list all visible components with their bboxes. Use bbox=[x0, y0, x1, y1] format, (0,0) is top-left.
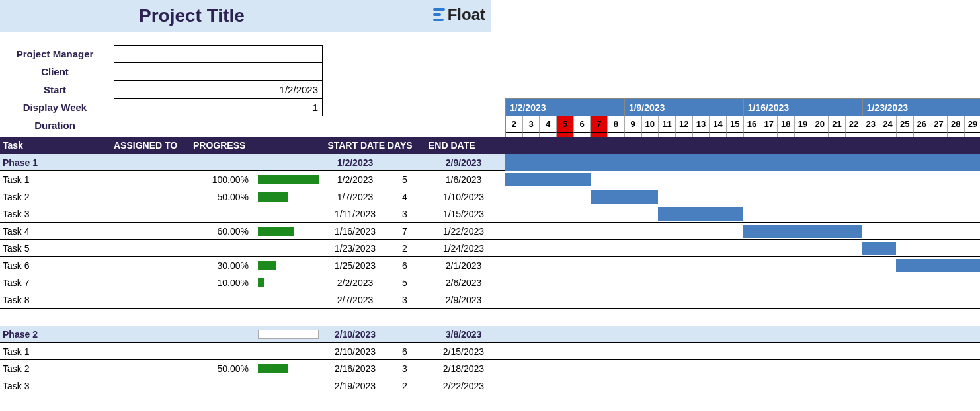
task-row[interactable]: Task 51/23/202321/24/2023 bbox=[0, 240, 980, 257]
progress-value[interactable]: 50.00% bbox=[193, 363, 258, 374]
task-name[interactable]: Task 3 bbox=[0, 209, 114, 219]
meta-label-start: Start bbox=[0, 84, 114, 95]
days[interactable]: 3 bbox=[388, 209, 422, 219]
days[interactable]: 2 bbox=[388, 381, 422, 391]
progress-value[interactable]: 100.00% bbox=[193, 174, 258, 185]
end-date[interactable]: 2/22/2023 bbox=[422, 381, 505, 391]
progress-bar bbox=[258, 225, 323, 238]
meta-input-start[interactable]: 1/2/2023 bbox=[114, 81, 323, 98]
meta-input-client[interactable] bbox=[114, 63, 323, 81]
meta-input-duration[interactable] bbox=[114, 116, 323, 134]
gantt-bar[interactable] bbox=[505, 154, 980, 171]
phase-row[interactable]: Phase 22/10/20233/8/2023 bbox=[0, 326, 980, 343]
col-start: START DATE bbox=[323, 140, 388, 151]
task-row[interactable]: Task 31/11/202331/15/2023 bbox=[0, 205, 980, 223]
days[interactable]: 4 bbox=[388, 192, 422, 202]
start-date[interactable]: 1/7/2023 bbox=[323, 192, 388, 202]
end-date[interactable]: 2/15/2023 bbox=[422, 346, 505, 357]
progress-bar bbox=[258, 293, 323, 307]
task-name[interactable]: Task 1 bbox=[0, 174, 114, 185]
days[interactable]: 5 bbox=[388, 174, 422, 185]
phase-row[interactable]: Phase 11/2/20232/9/2023 bbox=[0, 154, 980, 171]
day-number: 5 bbox=[557, 116, 574, 133]
task-name[interactable]: Task 7 bbox=[0, 278, 114, 288]
end-date[interactable]: 3/8/2023 bbox=[422, 329, 505, 340]
day-number: 25 bbox=[897, 116, 914, 133]
task-row[interactable]: Task 250.00%2/16/202332/18/2023 bbox=[0, 360, 980, 377]
start-date[interactable]: 1/2/2023 bbox=[323, 157, 388, 168]
task-row[interactable]: Task 12/10/202362/15/2023 bbox=[0, 343, 980, 360]
end-date[interactable]: 2/6/2023 bbox=[422, 278, 505, 288]
days[interactable]: 6 bbox=[388, 346, 422, 357]
task-row[interactable]: Task 82/7/202332/9/2023 bbox=[0, 291, 980, 309]
task-name[interactable]: Task 5 bbox=[0, 243, 114, 254]
column-header-row: Task ASSIGNED TO PROGRESS START DATE DAY… bbox=[0, 137, 980, 154]
task-name[interactable]: Task 2 bbox=[0, 192, 114, 202]
gantt-bar[interactable] bbox=[862, 242, 896, 255]
start-date[interactable]: 2/7/2023 bbox=[323, 295, 388, 305]
task-row[interactable]: Task 1100.00%1/2/202351/6/2023 bbox=[0, 171, 980, 188]
end-date[interactable]: 2/18/2023 bbox=[422, 363, 505, 374]
task-name[interactable]: Task 4 bbox=[0, 226, 114, 237]
task-name[interactable]: Phase 1 bbox=[0, 157, 114, 168]
progress-fill bbox=[258, 175, 319, 184]
task-name[interactable]: Task 6 bbox=[0, 260, 114, 271]
end-date[interactable]: 2/9/2023 bbox=[422, 157, 505, 168]
days[interactable]: 5 bbox=[388, 278, 422, 288]
start-date[interactable]: 2/10/2023 bbox=[323, 329, 388, 340]
progress-value[interactable]: 10.00% bbox=[193, 278, 258, 288]
days[interactable]: 3 bbox=[388, 363, 422, 374]
end-date[interactable]: 1/15/2023 bbox=[422, 209, 505, 219]
day-number: 28 bbox=[948, 116, 965, 133]
task-name[interactable]: Task 2 bbox=[0, 363, 114, 374]
progress-value[interactable]: 30.00% bbox=[193, 260, 258, 271]
end-date[interactable]: 2/9/2023 bbox=[422, 295, 505, 305]
meta-label-client: Client bbox=[0, 66, 114, 77]
col-task: Task bbox=[0, 140, 114, 151]
start-date[interactable]: 2/19/2023 bbox=[323, 381, 388, 391]
start-date[interactable]: 1/2/2023 bbox=[323, 174, 388, 185]
gantt-bar[interactable] bbox=[505, 173, 591, 186]
start-date[interactable]: 2/16/2023 bbox=[323, 363, 388, 374]
task-name[interactable]: Task 1 bbox=[0, 346, 114, 357]
gantt-bar[interactable] bbox=[896, 259, 980, 272]
day-number: 3 bbox=[523, 116, 540, 133]
task-name[interactable]: Phase 2 bbox=[0, 329, 114, 340]
col-days: DAYS bbox=[388, 140, 422, 151]
progress-value[interactable]: 50.00% bbox=[193, 192, 258, 202]
days[interactable]: 6 bbox=[388, 260, 422, 271]
end-date[interactable]: 1/6/2023 bbox=[422, 174, 505, 185]
day-number: 26 bbox=[914, 116, 931, 133]
start-date[interactable]: 1/16/2023 bbox=[323, 226, 388, 237]
meta-input-display-week[interactable]: 1 bbox=[114, 98, 323, 116]
day-number: 18 bbox=[778, 116, 795, 133]
task-row[interactable]: Task 630.00%1/25/202362/1/2023 bbox=[0, 257, 980, 274]
end-date[interactable]: 1/10/2023 bbox=[422, 192, 505, 202]
start-date[interactable]: 1/11/2023 bbox=[323, 209, 388, 219]
days[interactable]: 3 bbox=[388, 295, 422, 305]
task-row[interactable]: Task 32/19/202322/22/2023 bbox=[0, 377, 980, 394]
meta-input-pm[interactable] bbox=[114, 45, 323, 63]
task-name[interactable]: Task 8 bbox=[0, 295, 114, 305]
progress-value[interactable]: 60.00% bbox=[193, 226, 258, 237]
start-date[interactable]: 2/10/2023 bbox=[323, 346, 388, 357]
task-row[interactable]: Task 250.00%1/7/202341/10/2023 bbox=[0, 188, 980, 205]
day-number: 23 bbox=[862, 116, 879, 133]
days[interactable]: 7 bbox=[388, 226, 422, 237]
days[interactable]: 2 bbox=[388, 243, 422, 254]
start-date[interactable]: 1/25/2023 bbox=[323, 260, 388, 271]
start-date[interactable]: 1/23/2023 bbox=[323, 243, 388, 254]
gantt-bar[interactable] bbox=[743, 225, 862, 238]
gantt-bar[interactable] bbox=[658, 207, 743, 221]
task-row[interactable]: Task 460.00%1/16/202371/22/2023 bbox=[0, 223, 980, 240]
end-date[interactable]: 2/1/2023 bbox=[422, 260, 505, 271]
end-date[interactable]: 1/22/2023 bbox=[422, 226, 505, 237]
end-date[interactable]: 1/24/2023 bbox=[422, 243, 505, 254]
progress-fill bbox=[258, 278, 264, 287]
gantt-bar[interactable] bbox=[591, 190, 659, 204]
start-date[interactable]: 2/2/2023 bbox=[323, 278, 388, 288]
progress-bar bbox=[258, 379, 323, 392]
task-row[interactable]: Task 710.00%2/2/202352/6/2023 bbox=[0, 274, 980, 291]
task-name[interactable]: Task 3 bbox=[0, 381, 114, 391]
project-title[interactable]: Project Title bbox=[139, 5, 245, 26]
